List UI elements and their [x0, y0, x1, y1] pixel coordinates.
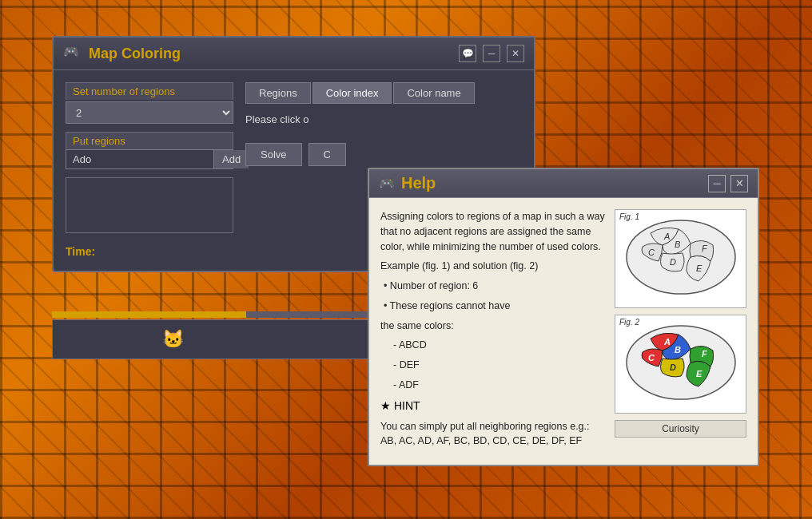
fig1-label: Fig. 1 — [619, 212, 639, 221]
region-count-select[interactable]: 2 3 4 5 6 — [66, 101, 233, 124]
fig2-svg: A B C D E F — [619, 319, 742, 406]
help-group3: - ADF — [393, 378, 605, 393]
time-label: Time: — [66, 245, 95, 258]
help-same-colors: the same colors: — [380, 319, 605, 334]
main-titlebar: 🎮 Map Coloring 💬 ─ ✕ — [54, 38, 534, 70]
help-controls: ─ ✕ — [708, 175, 748, 192]
svg-text:D: D — [670, 257, 676, 267]
help-cannot-same: • These regions cannot have — [384, 299, 605, 314]
help-text-column: Assigning colors to regions of a map in … — [380, 209, 605, 454]
set-number-group: Set number of regions 2 3 4 5 6 — [66, 82, 233, 124]
title-left: 🎮 Map Coloring — [63, 44, 181, 63]
help-app-icon: 🎮 — [379, 176, 395, 191]
info-button[interactable]: 💬 — [459, 45, 476, 62]
app-icon: 🎮 — [63, 44, 82, 63]
set-number-label: Set number of regions — [66, 82, 233, 100]
help-minimize-button[interactable]: ─ — [708, 175, 726, 192]
action-buttons: Solve C — [245, 143, 522, 166]
nav-icon-cat[interactable]: 🐱 — [162, 329, 184, 350]
fig1-container: Fig. 1 A B C D — [615, 209, 746, 308]
fig2-label: Fig. 2 — [619, 318, 639, 327]
tab-color-index[interactable]: Color index — [312, 82, 392, 104]
fig1-svg: A B C D E F — [619, 213, 742, 301]
help-body: Assigning colors to regions of a map in … — [369, 198, 758, 465]
fig2-container: Fig. 2 A B C D E — [615, 315, 746, 414]
help-window: 🎮 Help ─ ✕ Assigning colors to regions o… — [368, 168, 759, 466]
tab-color-name[interactable]: Color name — [393, 82, 474, 104]
window-controls: 💬 ─ ✕ — [459, 45, 524, 62]
tabs-row: Regions Color index Color name — [245, 82, 522, 104]
help-region-count: • Number of region: 6 — [384, 279, 605, 294]
help-title-left: 🎮 Help — [379, 174, 436, 192]
put-regions-input-row: Add — [66, 149, 233, 169]
help-example-label: Example (fig. 1) and solution (fig. 2) — [380, 259, 605, 274]
svg-text:B: B — [675, 345, 681, 355]
add-button[interactable]: Add — [213, 150, 249, 168]
progress-bar-fill — [52, 311, 246, 318]
left-panel: Set number of regions 2 3 4 5 6 Put regi… — [66, 82, 233, 259]
solve-button[interactable]: Solve — [245, 143, 302, 166]
close-button[interactable]: ✕ — [507, 45, 524, 62]
regions-textarea[interactable] — [66, 177, 233, 233]
progress-bar-container — [52, 311, 376, 318]
help-images-column: Fig. 1 A B C D — [615, 209, 746, 454]
help-titlebar: 🎮 Help ─ ✕ — [369, 169, 758, 198]
svg-text:C: C — [648, 353, 655, 363]
main-window-title: Map Coloring — [89, 46, 181, 62]
svg-text:E: E — [696, 369, 703, 378]
svg-text:F: F — [702, 349, 707, 359]
svg-text:A: A — [663, 337, 671, 347]
svg-text:A: A — [663, 232, 670, 241]
put-regions-input[interactable] — [66, 150, 213, 168]
help-hint-label: ★ HINT — [380, 398, 605, 414]
help-group1: - ABCD — [393, 338, 605, 353]
tab-regions[interactable]: Regions — [245, 82, 311, 104]
help-description: Assigning colors to regions of a map in … — [380, 209, 605, 254]
put-regions-group: Put regions Add — [66, 132, 233, 169]
svg-text:C: C — [648, 248, 655, 257]
please-click-text: Please click o — [245, 113, 522, 125]
minimize-button[interactable]: ─ — [483, 45, 500, 62]
svg-text:D: D — [670, 363, 676, 372]
clear-button[interactable]: C — [308, 143, 346, 166]
svg-text:E: E — [696, 263, 703, 273]
put-regions-label: Put regions — [66, 132, 233, 149]
help-window-title: Help — [401, 174, 436, 192]
help-close-button[interactable]: ✕ — [730, 175, 748, 192]
curiosity-button[interactable]: Curiosity — [615, 420, 746, 438]
svg-text:B: B — [675, 240, 680, 249]
help-group2: - DEF — [393, 358, 605, 373]
help-hint-text: You can simply put all neighboring regio… — [380, 419, 605, 450]
